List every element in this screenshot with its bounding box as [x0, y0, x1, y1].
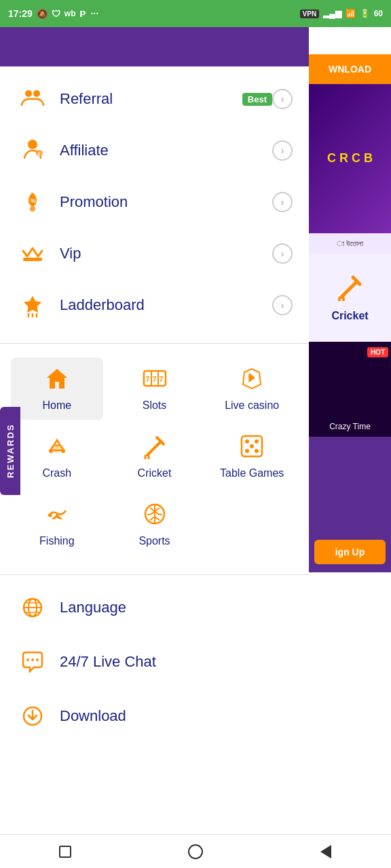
nav-item-live-casino[interactable]: Live casino	[206, 357, 298, 420]
svg-text:7: 7	[152, 375, 156, 383]
right-banner: C R C B	[309, 84, 391, 233]
ladderboard-chevron: ›	[272, 295, 293, 315]
drawer-header	[0, 27, 309, 66]
svg-point-27	[250, 444, 254, 448]
svg-line-18	[147, 441, 161, 455]
menu-item-ladderboard[interactable]: Ladderboard ›	[0, 279, 309, 331]
svg-text:$: $	[37, 151, 41, 157]
download-icon	[16, 700, 49, 732]
android-home-btn[interactable]	[185, 842, 206, 862]
slots-icon: 7 7 7	[142, 366, 168, 397]
chat-icon	[16, 646, 49, 678]
back-icon	[320, 845, 331, 859]
signup-area: ign Up	[309, 437, 391, 572]
nav-item-home[interactable]: Home	[11, 357, 103, 420]
svg-point-16	[61, 449, 65, 453]
square-icon	[59, 846, 71, 858]
menu-item-affiliate[interactable]: $ Affiliate ›	[0, 125, 309, 176]
shield-icon: 🛡	[52, 9, 60, 19]
wifi-icon: 📶	[346, 9, 356, 18]
bangla-text: া উতোলা	[309, 233, 391, 254]
svg-text:7: 7	[145, 375, 149, 383]
home-icon	[44, 366, 70, 397]
svg-point-26	[255, 449, 259, 453]
status-indicators: VPN ▂▄▆ 📶 🔋 60	[300, 9, 383, 18]
svg-point-25	[245, 449, 249, 453]
svg-point-0	[25, 90, 32, 97]
rewards-tab[interactable]: REWARDS	[0, 407, 20, 495]
cricket-icon	[142, 433, 168, 465]
svg-point-37	[31, 658, 34, 661]
nav-row-1: Home 7 7 7 Slots	[11, 357, 298, 420]
android-square-btn[interactable]	[55, 842, 75, 862]
signup-button[interactable]: ign Up	[314, 540, 386, 564]
utility-item-download[interactable]: Download	[16, 689, 293, 743]
right-cricket-icon	[336, 273, 365, 307]
nav-item-cricket[interactable]: Cricket	[109, 425, 201, 488]
banner-text: C R C B	[322, 145, 378, 172]
nav-item-fishing[interactable]: Fishing	[11, 493, 103, 555]
promotion-icon: %	[16, 186, 49, 218]
svg-point-38	[36, 658, 39, 661]
pinterest-icon: 𝗣	[79, 9, 86, 19]
vip-icon	[16, 237, 49, 270]
live-casino-label: Live casino	[225, 399, 279, 412]
crash-icon	[44, 433, 70, 465]
nav-item-table-games[interactable]: Table Games	[206, 425, 298, 488]
wb-icon: wb	[64, 9, 76, 18]
nav-item-crash[interactable]: Crash	[11, 425, 103, 488]
table-games-label: Table Games	[220, 467, 284, 479]
menu-item-referral[interactable]: Referral Best ›	[0, 73, 309, 125]
right-cricket-panel[interactable]: Cricket	[309, 254, 391, 342]
home-label: Home	[42, 399, 71, 412]
svg-text:%: %	[31, 197, 36, 204]
svg-point-1	[33, 90, 40, 97]
more-icon: ···	[90, 8, 98, 19]
signup-label: ign Up	[335, 547, 365, 557]
utility-item-language[interactable]: Language	[16, 580, 293, 635]
fishing-icon	[44, 501, 70, 532]
svg-text:7: 7	[159, 375, 163, 383]
fishing-label: Fishing	[39, 535, 75, 547]
live-casino-icon	[239, 366, 265, 397]
download-label: Download	[60, 707, 126, 725]
nav-row-3: Fishing Sports	[11, 493, 298, 555]
promotion-label: Promotion	[60, 193, 272, 211]
circle-icon	[188, 844, 203, 859]
menu-item-promotion[interactable]: % Promotion ›	[0, 176, 309, 228]
status-bar: 17:29 🔕 🛡 wb 𝗣 ··· VPN ▂▄▆ 📶 🔋 60	[0, 0, 391, 27]
drawer-menu: Referral Best › $ Affiliate ›	[0, 27, 309, 868]
svg-point-2	[28, 140, 37, 149]
best-badge: Best	[242, 93, 272, 106]
slots-label: Slots	[143, 399, 167, 412]
utility-item-live-chat[interactable]: 24/7 Live Chat	[16, 635, 293, 689]
nav-item-slots[interactable]: 7 7 7 Slots	[109, 357, 201, 420]
svg-point-23	[245, 439, 249, 443]
language-label: Language	[60, 599, 126, 616]
sports-icon	[142, 501, 168, 532]
cricket-label: Cricket	[138, 467, 172, 479]
nav-item-sports[interactable]: Sports	[109, 493, 201, 555]
sports-label: Sports	[138, 535, 170, 547]
crash-label: Crash	[42, 467, 71, 479]
status-time: 17:29 🔕 🛡 wb 𝗣 ···	[8, 8, 98, 19]
svg-point-15	[49, 449, 53, 453]
notification-icon: 🔕	[37, 9, 48, 19]
live-chat-label: 24/7 Live Chat	[60, 653, 156, 671]
utility-divider	[0, 574, 309, 575]
ladderboard-icon	[16, 289, 49, 321]
affiliate-chevron: ›	[272, 140, 293, 161]
hot-badge: HOT	[367, 347, 388, 357]
utility-list: Language 24/7 Live Chat	[0, 580, 309, 754]
main-wrapper: Referral Best › $ Affiliate ›	[0, 27, 391, 868]
android-back-btn[interactable]	[316, 842, 336, 862]
svg-line-40	[341, 282, 356, 297]
svg-point-5	[30, 206, 35, 212]
vip-label: Vip	[60, 245, 272, 262]
menu-item-vip[interactable]: Vip ›	[0, 228, 309, 279]
download-button[interactable]: WNLOAD	[309, 54, 391, 84]
ladderboard-label: Ladderboard	[60, 296, 272, 314]
referral-icon	[16, 83, 49, 115]
crazy-time-panel[interactable]: HOT Crazy Time	[309, 342, 391, 437]
vpn-badge: VPN	[300, 9, 320, 18]
